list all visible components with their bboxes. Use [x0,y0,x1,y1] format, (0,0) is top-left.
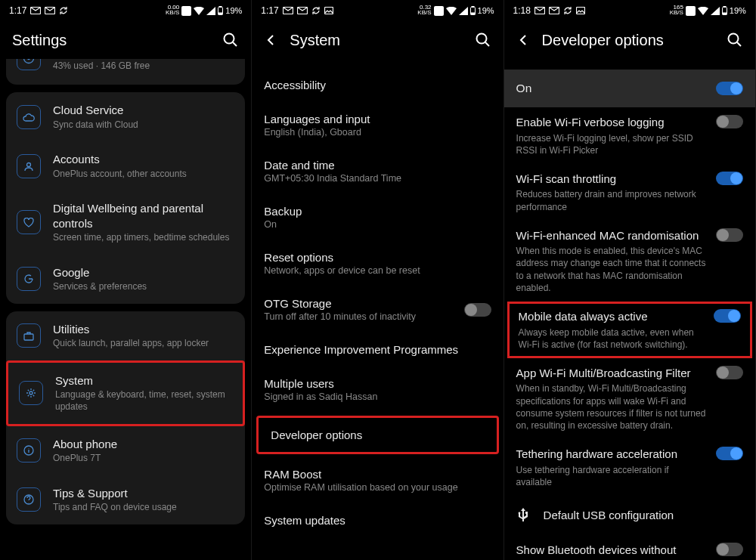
row-title: Accessibility [264,79,491,91]
row-title: Multiple users [264,377,491,390]
row-title: App Wi-Fi Multi/Broadcasting Filter [516,366,707,381]
svg-rect-2 [181,6,191,16]
row-title: Wi-Fi scan throttling [516,172,707,187]
row-storage[interactable]: Storage43% used · 146 GB free [6,59,245,85]
user-icon [17,154,41,178]
battery-icon [722,6,727,15]
row-experience-improvement[interactable]: Experience Improvement Programmes [252,333,503,367]
row-default-usb-config[interactable]: Default USB configuration [504,496,755,535]
mail-icon [534,7,545,14]
row-wifi-verbose[interactable]: Enable Wi-Fi verbose loggingIncrease Wi-… [504,107,755,164]
row-title: About phone [53,437,234,452]
status-time: 1:17 [9,5,26,16]
row-tethering-hw-accel[interactable]: Tethering hardware accelerationUse tethe… [504,439,755,496]
panel-settings: 1:17 0.00KB/S 19% Settings Storage43% us… [0,0,252,560]
row-sub: Optimise RAM utilisation based on your u… [264,482,491,493]
row-accessibility[interactable]: Accessibility [252,59,503,102]
svg-point-9 [27,162,31,166]
row-sub: Screen time, app timers, bedtime schedul… [53,232,234,244]
row-title: Mobile data always active [519,309,705,324]
row-ram-boost[interactable]: RAM BoostOptimise RAM utilisation based … [252,457,503,503]
on-label: On [516,82,716,95]
usb-icon [516,508,530,523]
panel-system: 1:17 0.32KB/S 19% System Accessibility L… [252,0,503,560]
row-system[interactable]: SystemLanguage & keyboard, time, reset, … [6,360,245,426]
on-master-toggle-row[interactable]: On [504,70,755,107]
status-time: 1:18 [513,5,531,16]
svg-rect-25 [686,6,696,16]
row-sub: Signed in as Sadiq Hassan [264,391,491,402]
row-cloud-service[interactable]: Cloud ServiceSync data with Cloud [6,92,245,141]
row-otg-storage[interactable]: OTG StorageTurn off after 10 minutes of … [252,286,503,333]
row-title: Show Bluetooth devices without names [516,543,707,560]
row-title: Default USB configuration [544,508,674,523]
signal-icon [711,7,720,15]
row-wifi-scan-throttling[interactable]: Wi-Fi scan throttlingReduces battery dra… [504,164,755,221]
row-tips-support[interactable]: Tips & SupportTips and FAQ on device usa… [6,475,245,524]
image-icon [576,7,585,14]
row-sub: Services & preferences [53,281,234,293]
toggle-tethering[interactable] [716,447,743,460]
svg-point-11 [29,391,33,394]
toggle-wifi-verbose[interactable] [716,115,743,128]
row-title: RAM Boost [264,468,491,481]
row-accounts[interactable]: AccountsOnePlus account, other accounts [6,141,245,190]
row-sub: On [264,219,491,230]
row-title: Accounts [53,152,234,167]
row-system-updates[interactable]: System updates [252,503,503,537]
row-bluetooth-no-names[interactable]: Show Bluetooth devices without namesBlue… [504,535,755,560]
svg-rect-16 [324,8,333,14]
row-wifi-multi-filter[interactable]: App Wi-Fi Multi/Broadcasting FilterWhen … [504,358,755,439]
svg-rect-27 [723,6,726,8]
search-icon[interactable] [475,32,491,48]
nfc-icon [686,6,696,16]
toggle-master[interactable] [716,82,743,95]
row-mac-randomisation[interactable]: Wi-Fi-enhanced MAC randomisationWhen thi… [504,221,755,302]
battery-icon [218,6,223,15]
row-sub: When in standby, Wi-Fi Multi/Broadcastin… [516,382,707,432]
mail-icon [30,7,41,14]
page-title: Settings [12,32,212,49]
row-backup[interactable]: BackupOn [252,194,503,240]
card-group-1: Cloud ServiceSync data with Cloud Accoun… [6,92,245,304]
row-utilities[interactable]: UtilitiesQuick launch, parallel apps, ap… [6,311,245,360]
search-icon[interactable] [222,32,239,48]
toggle-bt-no-names[interactable] [716,543,743,556]
row-title: Enable Wi-Fi verbose logging [516,115,707,130]
row-google[interactable]: GoogleServices & preferences [6,255,245,304]
toggle-wifi-scan[interactable] [716,172,743,185]
row-title: Tethering hardware acceleration [516,447,707,462]
back-button[interactable] [516,32,531,48]
row-sub: GMT+05:30 India Standard Time [264,173,491,184]
row-reset-options[interactable]: Reset optionsNetwork, apps or device can… [252,240,503,286]
row-developer-options[interactable]: Developer options [256,416,498,454]
svg-point-21 [476,34,486,44]
row-sub: 43% used · 146 GB free [53,60,234,73]
row-title: OTG Storage [264,297,463,310]
search-icon[interactable] [727,32,743,48]
row-sub: English (India), Gboard [264,127,491,138]
row-digital-wellbeing[interactable]: Digital Wellbeing and parental controlsS… [6,190,245,255]
row-title: Reset options [264,251,491,264]
row-mobile-data-always-active[interactable]: Mobile data always activeAlways keep mob… [507,302,752,358]
toggle-mac-rand[interactable] [716,228,743,242]
back-button[interactable] [264,32,279,48]
sync-icon [59,6,68,15]
svg-point-6 [225,34,234,44]
row-sub: Use tethering hardware acceleration if a… [516,464,707,488]
row-languages-input[interactable]: Languages and inputEnglish (India), Gboa… [252,102,503,148]
row-date-time[interactable]: Date and timeGMT+05:30 India Standard Ti… [252,148,503,194]
row-sub: Always keep mobile data active, even whe… [519,326,705,351]
svg-rect-17 [434,6,444,16]
toggle-mobile-data[interactable] [714,309,741,323]
wifi-icon [194,7,204,15]
toggle-wifi-multi[interactable] [716,366,743,379]
row-about-phone[interactable]: About phoneOnePlus 7T [6,426,245,475]
svg-rect-31 [525,512,528,514]
sync-icon [311,6,321,15]
toggle-otg[interactable] [464,303,491,317]
mail-icon [283,7,293,14]
header: Developer options [504,21,755,59]
card-group-2: UtilitiesQuick launch, parallel apps, ap… [6,311,245,524]
row-multiple-users[interactable]: Multiple usersSigned in as Sadiq Hassan [252,367,503,413]
